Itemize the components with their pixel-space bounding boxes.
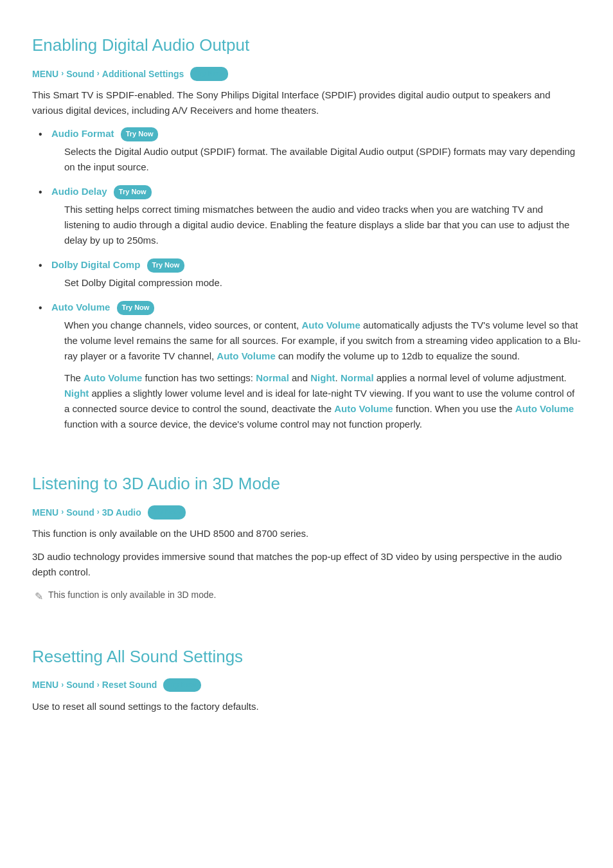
chevron-icon-reset-2: ›	[97, 679, 100, 691]
try-now-badge-enabling[interactable]: Try Now	[190, 67, 228, 81]
dolby-digital-title: Dolby Digital Comp	[51, 259, 140, 270]
breadcrumb-menu-reset: MENU	[32, 678, 58, 692]
auto-volume-highlight-5: Auto Volume	[515, 403, 574, 414]
auto-volume-highlight-1: Auto Volume	[301, 320, 360, 330]
audio-delay-desc: This setting helps correct timing mismat…	[51, 202, 581, 248]
bullet-dolby-digital: Dolby Digital Comp Try Now Set Dolby Dig…	[39, 257, 581, 291]
auto-volume-desc2: The Auto Volume function has two setting…	[51, 370, 581, 432]
section-title-enabling: Enabling Digital Audio Output	[32, 19, 581, 59]
audio-format-desc: Selects the Digital Audio output (SPDIF)…	[51, 144, 581, 175]
normal-highlight-2: Normal	[341, 372, 374, 383]
section-title-reset: Resetting All Sound Settings	[32, 631, 581, 671]
auto-volume-highlight-4: Auto Volume	[334, 403, 393, 414]
section-title-3d: Listening to 3D Audio in 3D Mode	[32, 458, 581, 498]
chevron-icon-3d-2: ›	[97, 506, 100, 518]
section-3d-audio: Listening to 3D Audio in 3D Mode MENU › …	[32, 458, 581, 605]
auto-volume-desc1: When you change channels, video sources,…	[51, 318, 581, 364]
chevron-icon-2: ›	[97, 68, 100, 80]
try-now-badge-auto-volume[interactable]: Try Now	[117, 301, 155, 315]
try-now-badge-dolby[interactable]: Try Now	[147, 258, 185, 273]
try-now-badge-audio-delay[interactable]: Try Now	[114, 185, 152, 199]
audio-delay-title: Audio Delay	[51, 186, 107, 197]
3d-note-box: ✎ This function is only available in 3D …	[32, 588, 581, 605]
breadcrumb-additional-settings: Additional Settings	[102, 67, 184, 81]
night-highlight-1: Night	[310, 372, 335, 383]
normal-highlight: Normal	[256, 372, 289, 383]
dolby-digital-desc: Set Dolby Digital compression mode.	[51, 275, 581, 291]
chevron-icon-1: ›	[61, 68, 64, 80]
enabling-intro-text: This Smart TV is SPDIF-enabled. The Sony…	[32, 87, 581, 118]
chevron-icon-reset-1: ›	[61, 679, 64, 691]
breadcrumb-sound-reset: Sound	[66, 678, 94, 692]
auto-volume-highlight-2: Auto Volume	[217, 350, 275, 361]
enabling-bullet-list: Audio Format Try Now Selects the Digital…	[32, 126, 581, 432]
night-highlight-2: Night	[64, 388, 89, 399]
bullet-audio-delay: Audio Delay Try Now This setting helps c…	[39, 184, 581, 248]
auto-volume-highlight-3: Auto Volume	[84, 372, 142, 383]
reset-sound-para1: Use to reset all sound settings to the f…	[32, 699, 581, 714]
try-now-badge-3d[interactable]: Try Now	[148, 505, 186, 520]
breadcrumb-sound: Sound	[66, 67, 94, 81]
breadcrumb-enabling: MENU › Sound › Additional Settings Try N…	[32, 67, 581, 81]
breadcrumb-3d-audio: 3D Audio	[102, 505, 141, 520]
bullet-audio-format: Audio Format Try Now Selects the Digital…	[39, 126, 581, 175]
bullet-auto-volume: Auto Volume Try Now When you change chan…	[39, 300, 581, 432]
auto-volume-title: Auto Volume	[51, 302, 110, 312]
section-enabling-digital: Enabling Digital Audio Output MENU › Sou…	[32, 19, 581, 432]
try-now-badge-reset[interactable]: Try Now	[163, 678, 201, 692]
breadcrumb-menu: MENU	[32, 67, 58, 81]
breadcrumb-3d: MENU › Sound › 3D Audio Try Now	[32, 505, 581, 520]
note-pencil-icon: ✎	[35, 588, 43, 605]
section-reset-sound: Resetting All Sound Settings MENU › Soun…	[32, 631, 581, 714]
breadcrumb-menu-3d: MENU	[32, 505, 58, 520]
chevron-icon-3d-1: ›	[61, 506, 64, 518]
3d-audio-para1: This function is only available on the U…	[32, 526, 581, 541]
breadcrumb-sound-3d: Sound	[66, 505, 94, 520]
3d-note-text: This function is only available in 3D mo…	[48, 588, 216, 602]
audio-format-title: Audio Format	[51, 128, 114, 139]
breadcrumb-reset: MENU › Sound › Reset Sound Try Now	[32, 678, 581, 692]
breadcrumb-reset-sound: Reset Sound	[102, 678, 157, 692]
try-now-badge-audio-format[interactable]: Try Now	[121, 127, 159, 141]
3d-audio-para2: 3D audio technology provides immersive s…	[32, 549, 581, 580]
